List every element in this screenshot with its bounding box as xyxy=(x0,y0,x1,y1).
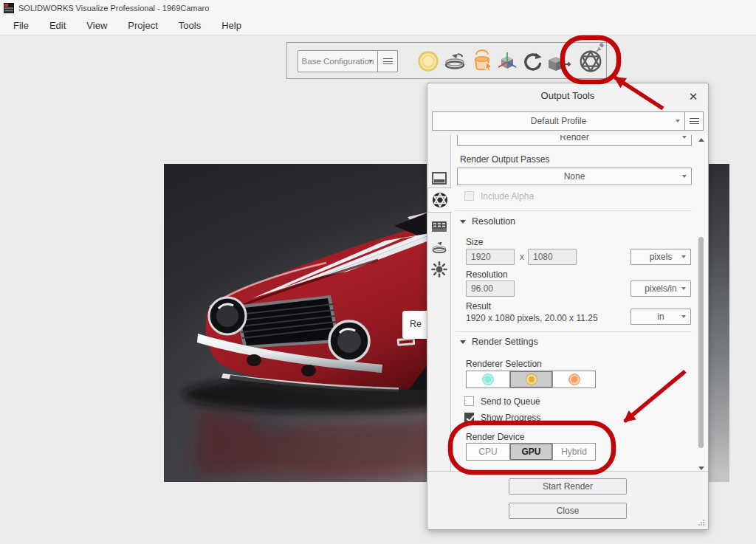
chevron-down-icon xyxy=(682,136,687,139)
configuration-list-button[interactable] xyxy=(377,51,397,72)
menu-tools[interactable]: Tools xyxy=(168,16,211,35)
yellow-renderer-icon xyxy=(526,373,537,385)
divider xyxy=(456,331,692,332)
profile-select[interactable]: Default Profile xyxy=(432,111,704,131)
tab-snapshot[interactable] xyxy=(427,167,450,190)
start-render-button[interactable]: Start Render xyxy=(509,478,627,495)
include-alpha-label: Include Alpha xyxy=(481,191,534,202)
turntable-icon[interactable] xyxy=(442,49,467,74)
menu-project[interactable]: Project xyxy=(117,16,168,35)
chevron-down-icon xyxy=(681,255,686,258)
menu-help[interactable]: Help xyxy=(211,16,252,35)
menu-file[interactable]: File xyxy=(3,16,39,35)
settings-panel: Render Render Output Passes None Include… xyxy=(451,135,708,473)
pushpin-icon xyxy=(595,43,605,53)
renderer-accurate-option[interactable] xyxy=(509,371,552,388)
device-gpu-button[interactable]: GPU xyxy=(509,444,552,460)
profile-list-button[interactable] xyxy=(684,112,703,130)
show-progress-label: Show Progress xyxy=(481,413,540,423)
scroll-down-icon[interactable] xyxy=(698,466,704,470)
tab-turntable[interactable] xyxy=(427,235,450,258)
render-device-label: Render Device xyxy=(466,432,524,442)
reset-camera-icon[interactable] xyxy=(520,49,545,74)
passes-value: None xyxy=(564,171,585,182)
turntable-glyph xyxy=(442,49,467,73)
axes-cube-icon[interactable] xyxy=(495,49,520,74)
resize-grip[interactable] xyxy=(698,519,705,526)
configuration-value: Base Configuration xyxy=(302,57,374,66)
size-separator: x xyxy=(520,252,524,262)
chevron-down-icon xyxy=(681,315,686,318)
size-label: Size xyxy=(466,237,483,247)
scrollbar-thumb[interactable] xyxy=(698,237,704,448)
chevron-down-icon xyxy=(676,120,680,123)
dialog-content: Render Render Output Passes None Include… xyxy=(427,135,708,473)
rotate-arrow-glyph xyxy=(521,50,543,72)
film-clapper-icon xyxy=(430,219,448,234)
resolution-unit-select[interactable]: pixels/in xyxy=(630,280,691,297)
result-unit-value: in xyxy=(657,311,664,322)
size-unit-value: pixels xyxy=(650,252,673,262)
dialog-title: Output Tools xyxy=(427,83,708,109)
height-input[interactable] xyxy=(528,249,577,265)
app-icon xyxy=(4,3,14,13)
result-unit-select[interactable]: in xyxy=(630,309,691,325)
sun-icon xyxy=(430,261,448,278)
resolution-input[interactable] xyxy=(466,280,515,297)
menu-edit[interactable]: Edit xyxy=(39,16,76,35)
turntable-icon xyxy=(430,240,448,255)
tab-render[interactable] xyxy=(427,187,452,213)
device-cpu-button[interactable]: CPU xyxy=(467,444,509,460)
result-label: Result xyxy=(466,301,491,311)
resolution-unit-value: pixels/in xyxy=(645,283,676,294)
app-window: SOLIDWORKS Visualize Professional - 1969… xyxy=(0,0,756,544)
size-unit-select[interactable]: pixels xyxy=(630,249,691,265)
scroll-up-icon[interactable] xyxy=(698,138,704,142)
renderer-selector xyxy=(466,371,596,388)
output-tabs xyxy=(427,135,451,473)
include-alpha-checkbox[interactable] xyxy=(464,191,474,201)
result-value: 1920 x 1080 pixels, 20.00 x 11.25 xyxy=(466,313,598,323)
output-type-value: Render xyxy=(560,135,588,142)
device-hybrid-button[interactable]: Hybrid xyxy=(552,444,595,460)
render-settings-header: Render Settings xyxy=(472,337,538,347)
paint-bucket-glyph xyxy=(470,49,495,73)
paint-bucket-icon[interactable] xyxy=(470,49,495,74)
passes-label: Render Output Passes xyxy=(460,154,549,165)
dialog-footer: Start Render Close xyxy=(427,471,708,529)
close-icon[interactable]: ✕ xyxy=(685,89,701,105)
renderer-selection-label: Renderer Selection xyxy=(466,359,542,369)
renderer-preview-option[interactable] xyxy=(467,371,509,388)
window-title: SOLIDWORKS Visualize Professional - 1969… xyxy=(18,4,209,13)
render-preview-icon[interactable] xyxy=(416,49,441,74)
resolution-label: Resolution xyxy=(466,269,508,280)
profile-value: Default Profile xyxy=(531,116,586,126)
width-input[interactable] xyxy=(466,249,515,265)
tab-environment[interactable] xyxy=(427,258,450,280)
axes-cube-glyph xyxy=(495,49,519,73)
configuration-select[interactable]: Base Configuration xyxy=(298,50,398,72)
renderer-fast-option[interactable] xyxy=(552,371,595,388)
menu-view[interactable]: View xyxy=(76,16,117,35)
import-scene-icon[interactable] xyxy=(546,49,571,74)
collapse-icon[interactable] xyxy=(460,220,466,224)
menu-bar: File Edit View Project Tools Help xyxy=(0,16,756,35)
yellow-circle-icon xyxy=(416,49,440,73)
passes-select[interactable]: None xyxy=(457,168,692,185)
close-button[interactable]: Close xyxy=(509,503,627,519)
render-device-selector: CPU GPU Hybrid xyxy=(466,443,596,461)
image-icon xyxy=(430,171,448,187)
output-type-select[interactable]: Render xyxy=(457,135,692,146)
chevron-down-icon xyxy=(681,287,686,290)
orange-renderer-icon xyxy=(568,373,580,385)
send-to-queue-checkbox[interactable] xyxy=(464,396,474,406)
scrollbar[interactable] xyxy=(696,137,706,472)
divider xyxy=(456,210,692,211)
teal-renderer-icon xyxy=(482,373,494,385)
chevron-down-icon xyxy=(368,60,373,63)
tab-animation[interactable] xyxy=(427,215,450,238)
show-progress-checkbox[interactable] xyxy=(464,413,474,422)
collapse-icon[interactable] xyxy=(460,340,466,344)
aperture-icon xyxy=(431,191,449,209)
dialog-header: Output Tools ✕ xyxy=(427,83,708,110)
